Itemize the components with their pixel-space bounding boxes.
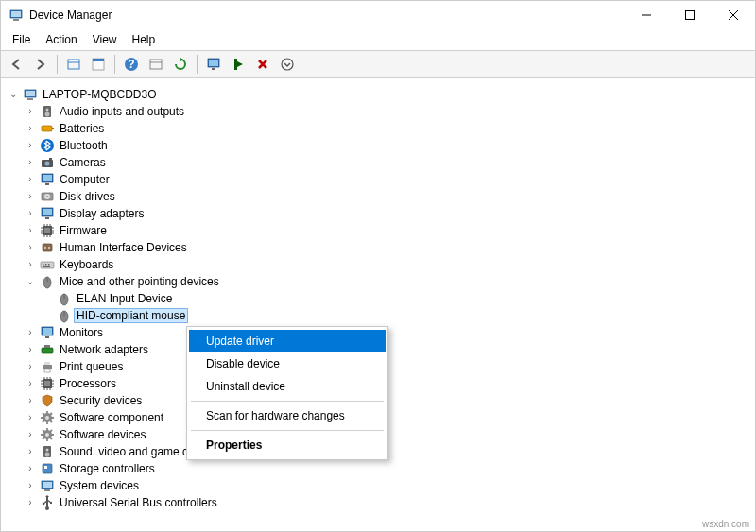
storage-icon (40, 461, 55, 476)
printer-icon (40, 359, 55, 374)
tree-item-hid[interactable]: ›Human Interface Devices (5, 239, 751, 256)
context-update-driver[interactable]: Update driver (189, 330, 386, 352)
expander-icon[interactable]: › (24, 140, 37, 150)
tree-item-cameras[interactable]: ›Cameras (5, 154, 751, 171)
tree-item-hid-mouse[interactable]: HID-compliant mouse (5, 307, 751, 324)
context-separator (191, 401, 384, 402)
expander-icon[interactable]: › (24, 157, 37, 167)
tree-item-bluetooth[interactable]: ›Bluetooth (5, 137, 751, 154)
tree-item-diskdrives[interactable]: ›Disk drives (5, 188, 751, 205)
tree-item-mice[interactable]: ⌄Mice and other pointing devices (5, 273, 751, 290)
computer-icon (23, 87, 38, 102)
computer-icon (40, 172, 55, 187)
svg-rect-53 (150, 60, 162, 69)
tree-item-elan[interactable]: ELAN Input Device (5, 290, 751, 307)
toolbar-help-button[interactable] (120, 53, 143, 76)
sound-icon (40, 444, 55, 459)
toolbar-separator (197, 55, 198, 74)
toolbar-update-driver-button[interactable] (202, 53, 225, 76)
expander-icon[interactable]: › (24, 208, 37, 218)
toolbar-more-button[interactable] (276, 53, 299, 76)
expander-icon[interactable]: › (24, 106, 37, 116)
tree-item-audio[interactable]: ›Audio inputs and outputs (5, 103, 751, 120)
expander-icon[interactable]: › (24, 259, 37, 269)
mouse-icon (57, 308, 72, 323)
expander-icon[interactable]: › (24, 463, 37, 473)
chip-icon (40, 223, 55, 238)
toolbar-separator (57, 55, 58, 74)
keyboard-icon (40, 257, 55, 272)
disk-icon (40, 189, 55, 204)
toolbar-back-button[interactable] (5, 53, 27, 76)
minimize-button[interactable] (625, 1, 668, 29)
expander-icon[interactable]: › (24, 480, 37, 490)
monitor-icon (40, 325, 55, 340)
gear-icon (40, 427, 55, 442)
toolbar-properties-button[interactable] (87, 53, 110, 76)
tree-item-firmware[interactable]: ›Firmware (5, 222, 751, 239)
expander-icon[interactable]: › (24, 395, 37, 405)
battery-icon (40, 121, 55, 136)
toolbar (1, 50, 755, 78)
tree-item-keyboards[interactable]: ›Keyboards (5, 256, 751, 273)
tree-root[interactable]: ⌄LAPTOP-MQBCDD3O (5, 86, 751, 103)
toolbar-forward-button[interactable] (29, 53, 52, 76)
toolbar-uninstall-button[interactable] (251, 53, 274, 76)
computer-icon (40, 478, 55, 493)
shield-icon (40, 393, 55, 408)
tree-item-computer[interactable]: ›Computer (5, 171, 751, 188)
speaker-icon (40, 104, 55, 119)
toolbar-action-button[interactable] (145, 53, 167, 76)
titlebar: Device Manager (1, 1, 755, 29)
expander-icon[interactable]: › (24, 123, 37, 133)
mouse-icon (57, 291, 72, 306)
expander-icon[interactable]: › (24, 225, 37, 235)
tree-item-batteries[interactable]: ›Batteries (5, 120, 751, 137)
expander-icon[interactable]: › (24, 497, 37, 507)
cpu-icon (40, 376, 55, 391)
watermark: wsxdn.com (700, 519, 751, 529)
menu-file[interactable]: File (5, 31, 38, 48)
camera-icon (40, 155, 55, 170)
menu-view[interactable]: View (85, 31, 125, 48)
expander-icon[interactable]: › (24, 344, 37, 354)
mouse-icon (40, 274, 55, 289)
tree-item-usb[interactable]: ›Universal Serial Bus controllers (5, 494, 751, 511)
context-disable-device[interactable]: Disable device (189, 352, 386, 375)
gear-icon (40, 410, 55, 425)
context-scan-hardware[interactable]: Scan for hardware changes (189, 404, 386, 427)
context-properties[interactable]: Properties (189, 434, 386, 456)
network-icon (40, 342, 55, 357)
expander-icon[interactable]: ⌄ (7, 89, 20, 99)
context-menu: Update driver Disable device Uninstall d… (186, 326, 388, 460)
bluetooth-icon (40, 138, 55, 153)
close-button[interactable] (712, 1, 755, 29)
toolbar-show-hidden-button[interactable] (62, 53, 85, 76)
context-uninstall-device[interactable]: Uninstall device (189, 375, 386, 398)
menu-action[interactable]: Action (38, 31, 84, 48)
menu-help[interactable]: Help (125, 31, 163, 48)
expander-icon[interactable]: › (24, 242, 37, 252)
hid-icon (40, 240, 55, 255)
toolbar-scan-button[interactable] (169, 53, 192, 76)
usb-icon (40, 495, 55, 510)
tree-item-systemdevices[interactable]: ›System devices (5, 477, 751, 494)
expander-icon[interactable]: › (24, 361, 37, 371)
tree-item-storagecontrollers[interactable]: ›Storage controllers (5, 460, 751, 477)
expander-icon[interactable]: › (24, 446, 37, 456)
expander-icon[interactable]: › (24, 327, 37, 337)
expander-icon[interactable]: ⌄ (24, 276, 37, 286)
maximize-button[interactable] (668, 1, 712, 29)
expander-icon[interactable]: › (24, 191, 37, 201)
context-separator (191, 430, 384, 431)
toolbar-disable-button[interactable] (227, 53, 249, 76)
window-title: Device Manager (29, 9, 625, 22)
expander-icon[interactable]: › (24, 412, 37, 422)
svg-rect-51 (68, 60, 79, 69)
expander-icon[interactable]: › (24, 174, 37, 184)
display-icon (40, 206, 55, 221)
expander-icon[interactable]: › (24, 378, 37, 388)
expander-icon[interactable]: › (24, 429, 37, 439)
menubar: File Action View Help (1, 29, 755, 50)
tree-item-displayadapters[interactable]: ›Display adapters (5, 205, 751, 222)
